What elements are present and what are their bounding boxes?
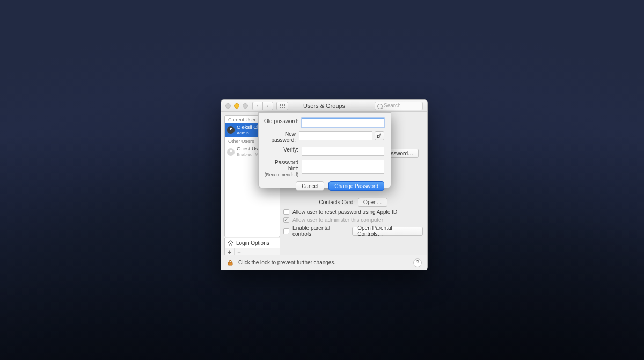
allow-admin-label: Allow user to administer this computer — [292, 217, 383, 223]
old-password-row: Old password: — [264, 118, 384, 127]
nav-buttons: ‹ › — [252, 102, 273, 110]
avatar — [227, 126, 235, 134]
sheet-actions: Cancel Change Password — [264, 181, 384, 191]
password-hint-label-text: Password hint: — [275, 160, 298, 171]
svg-rect-5 — [284, 105, 285, 106]
contacts-card-row: Contacts Card: Open… — [283, 198, 423, 207]
parental-open-button[interactable]: Open Parental Controls… — [352, 227, 423, 236]
change-password-sheet: Old password: New password: Verify: Pass… — [258, 112, 391, 188]
show-all-button[interactable] — [276, 102, 288, 110]
svg-rect-7 — [282, 107, 283, 108]
chevron-left-icon: ‹ — [257, 103, 259, 109]
parental-label: Enable parental controls — [292, 225, 349, 237]
change-password-submit-label: Change Password — [334, 183, 378, 189]
allow-admin-checkbox — [283, 217, 289, 223]
password-hint-row: Password hint: (Recommended) — [264, 160, 384, 177]
chevron-right-icon: › — [267, 103, 269, 109]
allow-reset-label: Allow user to reset password using Apple… — [292, 209, 397, 215]
contacts-open-label: Open… — [363, 199, 382, 205]
verify-password-row: Verify: — [264, 147, 384, 156]
svg-rect-2 — [284, 104, 285, 105]
window-zoom-button[interactable] — [243, 103, 248, 109]
nav-back-button[interactable]: ‹ — [252, 102, 263, 110]
home-icon — [228, 240, 233, 246]
contacts-open-button[interactable]: Open… — [358, 198, 387, 207]
change-password-submit-button[interactable]: Change Password — [328, 181, 384, 191]
password-assistant-button[interactable] — [375, 131, 384, 140]
password-hint-label: Password hint: (Recommended) — [264, 160, 302, 177]
new-password-label: New password: — [264, 131, 299, 143]
help-icon: ? — [416, 260, 419, 265]
grid-icon — [280, 103, 285, 109]
old-password-label: Old password: — [264, 118, 302, 124]
svg-rect-1 — [282, 104, 283, 105]
allow-admin-row: Allow user to administer this computer — [283, 217, 423, 223]
verify-password-label: Verify: — [264, 147, 302, 153]
verify-password-input[interactable] — [302, 147, 384, 156]
contacts-card-label: Contacts Card: — [319, 199, 355, 205]
traffic-lights — [225, 103, 248, 109]
login-options-label: Login Options — [236, 240, 269, 246]
new-password-row: New password: — [264, 131, 384, 143]
parental-checkbox[interactable] — [283, 228, 289, 234]
parental-row: Enable parental controls Open Parental C… — [283, 225, 423, 237]
search-placeholder: Search — [384, 103, 401, 109]
window-minimize-button[interactable] — [234, 103, 239, 109]
password-hint-input[interactable] — [302, 160, 384, 174]
old-password-input[interactable] — [302, 118, 384, 127]
allow-reset-row: Allow user to reset password using Apple… — [283, 209, 423, 215]
svg-point-10 — [377, 135, 379, 138]
help-button[interactable]: ? — [413, 258, 422, 267]
svg-rect-8 — [284, 107, 285, 108]
window-footer: Click the lock to prevent further change… — [221, 255, 427, 270]
cancel-label: Cancel — [302, 183, 318, 189]
svg-rect-6 — [280, 107, 281, 108]
allow-reset-checkbox[interactable] — [283, 209, 289, 215]
svg-rect-4 — [282, 105, 283, 106]
parental-open-label: Open Parental Controls… — [357, 225, 418, 237]
svg-rect-0 — [280, 104, 281, 105]
lock-text: Click the lock to prevent further change… — [238, 260, 335, 265]
new-password-input[interactable] — [299, 131, 372, 140]
lock-icon[interactable] — [226, 259, 234, 267]
login-options-button[interactable]: Login Options — [224, 238, 280, 248]
search-input[interactable]: Search — [375, 102, 423, 110]
svg-rect-3 — [280, 105, 281, 106]
avatar — [227, 148, 235, 156]
nav-forward-button[interactable]: › — [262, 102, 273, 110]
key-icon — [377, 133, 382, 139]
sidebar-user-role: Admin — [237, 131, 249, 135]
password-hint-sub: (Recommended) — [265, 172, 298, 177]
window-titlebar: ‹ › Users & Groups Search — [221, 100, 427, 112]
window-close-button[interactable] — [225, 103, 231, 109]
cancel-button[interactable]: Cancel — [296, 181, 324, 191]
svg-rect-9 — [228, 262, 232, 265]
